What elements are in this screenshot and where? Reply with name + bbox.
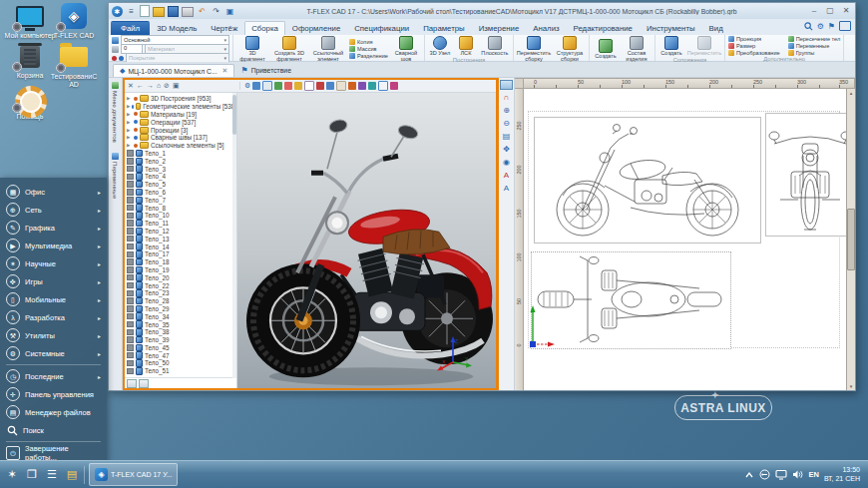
button-product-composition[interactable]: Состав изделия bbox=[622, 36, 651, 63]
tree-body[interactable]: Тело_19 bbox=[127, 266, 236, 274]
drawing-view-front[interactable] bbox=[765, 113, 846, 237]
tree-body[interactable]: Тело_12 bbox=[127, 228, 236, 236]
visibility-checkbox[interactable] bbox=[127, 228, 134, 235]
button-body-intersection[interactable]: Пересечение тел bbox=[788, 36, 841, 42]
filter-icon[interactable] bbox=[274, 82, 282, 90]
drawing-canvas[interactable] bbox=[524, 89, 846, 390]
show-desktop-icon[interactable]: ❐ bbox=[24, 468, 40, 481]
redo-icon[interactable]: ↷ bbox=[211, 6, 221, 17]
close-button[interactable]: ✕ bbox=[840, 6, 852, 17]
button-create-mate[interactable]: Создать bbox=[658, 36, 684, 57]
visibility-checkbox[interactable] bbox=[127, 360, 134, 367]
tree-body[interactable]: Тело_14 bbox=[127, 243, 236, 250]
tree-body[interactable]: Тело_35 bbox=[127, 320, 236, 328]
button-lcs[interactable]: ЛСК bbox=[455, 36, 477, 57]
visibility-checkbox[interactable] bbox=[127, 258, 134, 265]
visibility-checkbox[interactable] bbox=[127, 166, 134, 173]
text-size-up-icon[interactable]: A bbox=[501, 171, 512, 181]
tree-body[interactable]: Тело_1 bbox=[127, 150, 236, 158]
filter-icon[interactable] bbox=[368, 82, 376, 90]
visibility-checkbox[interactable] bbox=[127, 266, 134, 273]
visibility-checkbox[interactable] bbox=[127, 352, 134, 359]
eye-icon[interactable]: ◉ bbox=[501, 158, 512, 168]
button-projection[interactable]: Проекция bbox=[728, 36, 780, 42]
tree-scrollbar[interactable] bbox=[232, 93, 236, 378]
tree-folder[interactable]: ▶Сварные швы [137] bbox=[127, 134, 236, 142]
tab-decoration[interactable]: Оформление bbox=[285, 21, 347, 35]
desktop-icon-help[interactable]: Помощь bbox=[4, 86, 56, 121]
language-indicator[interactable]: EN bbox=[808, 470, 818, 479]
button-weld-seam[interactable]: Сварной шов bbox=[391, 36, 421, 63]
forward-icon[interactable]: → bbox=[147, 82, 154, 90]
grid-icon[interactable] bbox=[500, 80, 513, 90]
menu-item-science[interactable]: ✶Научные▸ bbox=[0, 254, 107, 272]
tree-body[interactable]: Тело_50 bbox=[127, 359, 236, 367]
visibility-checkbox[interactable] bbox=[127, 197, 134, 204]
zoom-out-icon[interactable]: ⊖ bbox=[501, 119, 512, 129]
tree-body[interactable]: Тело_20 bbox=[127, 273, 236, 281]
usb-device-icon[interactable] bbox=[759, 469, 770, 480]
tree-folder[interactable]: ▶Материалы [19] bbox=[127, 111, 236, 119]
expander-icon[interactable]: ▶ bbox=[127, 128, 132, 133]
menu-item-development[interactable]: λРазработка▸ bbox=[0, 308, 107, 326]
side-tab-document-menu[interactable]: Меню документов bbox=[112, 82, 119, 143]
tree-body[interactable]: Тело_22 bbox=[127, 281, 236, 289]
menu-item-games[interactable]: ✜Игры▸ bbox=[0, 272, 107, 290]
tree-body[interactable]: Тело_8 bbox=[127, 204, 236, 212]
filter-icon[interactable] bbox=[326, 82, 334, 90]
zoom-page-icon[interactable]: ▤ bbox=[501, 132, 512, 142]
tab-analysis[interactable]: Анализ bbox=[526, 21, 566, 35]
tab-assembly[interactable]: Сборка bbox=[244, 21, 285, 35]
new-document-icon[interactable] bbox=[140, 5, 150, 17]
monitor-icon[interactable] bbox=[839, 21, 851, 31]
tab-file[interactable]: Файл bbox=[111, 21, 150, 35]
menu-item-utilities[interactable]: ⚒Утилиты▸ bbox=[0, 326, 107, 344]
menu-item-search[interactable]: Поиск bbox=[0, 421, 107, 439]
tree-body[interactable]: Тело_3 bbox=[127, 165, 236, 173]
tree-folder[interactable]: ▶Ссылочные элементы [5] bbox=[127, 142, 236, 150]
pane-button[interactable] bbox=[139, 379, 149, 388]
wrench-icon[interactable]: ⚙ bbox=[244, 82, 250, 90]
tree-body[interactable]: Тело_5 bbox=[127, 181, 236, 189]
filter-icon[interactable] bbox=[358, 82, 366, 90]
tree-body[interactable]: Тело_47 bbox=[127, 351, 236, 359]
file-manager-icon[interactable]: ☰ bbox=[44, 468, 60, 481]
expander-icon[interactable]: ▶ bbox=[127, 96, 132, 101]
minimize-button[interactable]: – bbox=[808, 6, 820, 17]
tab-3d-model[interactable]: 3D Модель bbox=[150, 21, 204, 35]
scroll-thumb[interactable] bbox=[847, 209, 855, 270]
button-copy[interactable]: Копия bbox=[349, 39, 388, 45]
open-folder-icon[interactable] bbox=[153, 7, 165, 17]
tab-drawing[interactable]: Чертёж bbox=[204, 21, 244, 35]
menu-item-recent[interactable]: ◷Последние▸ bbox=[0, 367, 107, 385]
visibility-checkbox[interactable] bbox=[127, 251, 134, 258]
tab-specifications[interactable]: Спецификации bbox=[347, 21, 416, 35]
tree-body[interactable]: Тело_10 bbox=[127, 212, 236, 220]
search-icon[interactable] bbox=[804, 22, 813, 31]
button-split[interactable]: Разделение bbox=[349, 53, 388, 59]
doc-tab-welcome[interactable]: ⚑ Приветствие bbox=[234, 64, 296, 77]
pane-button[interactable] bbox=[127, 379, 137, 388]
tree-body[interactable]: Тело_29 bbox=[127, 305, 236, 313]
visibility-checkbox[interactable] bbox=[127, 344, 134, 351]
scroll-down-icon[interactable]: ▾ bbox=[850, 383, 853, 389]
button-create-3d-fragment[interactable]: Создать 3D фрагмент bbox=[271, 36, 307, 63]
filter-icon[interactable] bbox=[294, 82, 302, 90]
menu-item-mobile[interactable]: ▯Мобильные▸ bbox=[0, 290, 107, 308]
filter-icon[interactable] bbox=[262, 81, 272, 91]
drawing-view-side[interactable] bbox=[534, 117, 761, 244]
visibility-checkbox[interactable] bbox=[127, 313, 134, 320]
visibility-checkbox[interactable] bbox=[127, 290, 134, 297]
menu-item-network[interactable]: ⊕Сеть▸ bbox=[0, 201, 107, 219]
tree-body[interactable]: Тело_45 bbox=[127, 344, 236, 352]
zoom-in-icon[interactable]: ⊕ bbox=[501, 106, 512, 116]
visibility-checkbox[interactable] bbox=[127, 181, 134, 188]
side-tab-variables[interactable]: Переменные bbox=[112, 153, 119, 199]
visibility-checkbox[interactable] bbox=[127, 321, 134, 328]
visibility-checkbox[interactable] bbox=[127, 244, 134, 250]
tree-folder[interactable]: ▶Проекции [3] bbox=[127, 126, 236, 134]
text-size-down-icon[interactable]: A bbox=[501, 184, 512, 194]
expander-icon[interactable]: ▶ bbox=[127, 120, 132, 125]
drawing-view-top[interactable] bbox=[531, 251, 731, 349]
filter-icon[interactable] bbox=[304, 81, 314, 91]
